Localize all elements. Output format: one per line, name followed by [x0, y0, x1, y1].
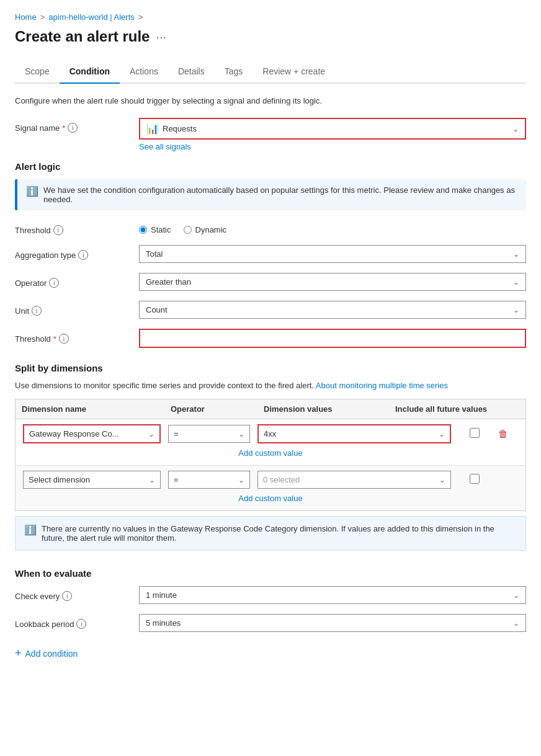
split-description: Use dimensions to monitor specific time …	[15, 381, 526, 390]
lookback-period-select[interactable]: 5 minutes ⌄	[139, 614, 526, 632]
tab-details[interactable]: Details	[168, 60, 215, 84]
threshold-dynamic-label[interactable]: Dynamic	[184, 225, 227, 234]
dimension-values-chevron-2: ⌄	[439, 476, 445, 484]
check-every-select[interactable]: 1 minute ⌄	[139, 586, 526, 604]
operator-chevron-1: ⌄	[238, 430, 244, 438]
threshold-type-control: Static Dynamic	[139, 220, 526, 234]
tab-condition[interactable]: Condition	[60, 60, 120, 84]
include-future-checkbox-2[interactable]	[470, 474, 480, 484]
dimension-row-2-grid: Select dimension ⌄ = ⌄ 0 selected ⌄	[20, 471, 521, 489]
operator-chevron: ⌄	[513, 278, 519, 287]
signal-name-info-icon[interactable]: i	[68, 123, 78, 133]
check-every-info-icon[interactable]: i	[62, 591, 72, 601]
threshold-dynamic-radio[interactable]	[184, 226, 192, 234]
signal-name-select[interactable]: 📊 Requests ⌄	[139, 118, 526, 140]
dimension-name-select-2[interactable]: Select dimension ⌄	[23, 471, 161, 489]
lookback-period-chevron: ⌄	[513, 619, 519, 628]
dimension-values-cell-1: 4xx ⌄	[255, 424, 454, 443]
threshold-static-radio[interactable]	[139, 226, 147, 234]
dimension-name-header: Dimension name	[16, 399, 164, 419]
dimension-values-value-2: 0 selected	[263, 475, 300, 484]
add-custom-value-1-area: Add custom value	[20, 443, 521, 460]
add-condition-button[interactable]: + Add condition	[15, 647, 526, 660]
check-every-value: 1 minute	[146, 590, 177, 600]
lookback-period-info-icon[interactable]: i	[76, 619, 86, 629]
dimension-name-select-1[interactable]: Gateway Response Co... ⌄	[23, 424, 161, 443]
lookback-period-control: 5 minutes ⌄	[139, 614, 526, 632]
operator-select-1[interactable]: = ⌄	[168, 425, 250, 443]
add-custom-value-2-area: Add custom value	[20, 489, 521, 505]
page-menu-button[interactable]: ···	[156, 30, 166, 44]
dimension-values-select-1[interactable]: 4xx ⌄	[257, 424, 451, 443]
unit-control: Count ⌄	[139, 301, 526, 319]
signal-name-value: Requests	[163, 124, 197, 133]
unit-chevron: ⌄	[513, 306, 519, 314]
when-to-evaluate-title: When to evaluate	[15, 568, 526, 579]
signal-name-chevron: ⌄	[512, 125, 519, 133]
delete-row-1-button[interactable]: 🗑	[498, 429, 508, 439]
see-all-signals-link[interactable]: See all signals	[139, 142, 526, 151]
check-every-chevron: ⌄	[513, 591, 519, 600]
signal-select-inner: 📊 Requests	[146, 123, 197, 135]
tab-tags[interactable]: Tags	[215, 60, 253, 84]
unit-row: Unit i Count ⌄	[15, 301, 526, 319]
operator-select[interactable]: Greater than ⌄	[139, 273, 526, 291]
operator-select-2[interactable]: = ⌄	[168, 471, 250, 489]
threshold-value-control: 1	[139, 329, 526, 348]
threshold-radio-group: Static Dynamic	[139, 220, 526, 234]
tab-scope[interactable]: Scope	[15, 60, 60, 84]
breadcrumb-sep1: >	[40, 12, 45, 22]
dimension-row-1-grid: Gateway Response Co... ⌄ = ⌄ 4xx ⌄	[20, 424, 521, 443]
about-monitoring-link[interactable]: About monitoring multiple time series	[316, 381, 448, 390]
threshold-dynamic-text: Dynamic	[195, 225, 227, 234]
breadcrumb-home[interactable]: Home	[15, 12, 37, 22]
aggregation-info-icon[interactable]: i	[78, 250, 88, 260]
add-custom-value-1[interactable]: Add custom value	[20, 446, 521, 460]
delete-header	[501, 399, 525, 419]
breadcrumb-resource[interactable]: apim-hello-world | Alerts	[48, 12, 134, 22]
threshold-static-label[interactable]: Static	[139, 225, 171, 234]
unit-info-icon[interactable]: i	[32, 306, 42, 316]
breadcrumb: Home > apim-hello-world | Alerts >	[15, 12, 526, 22]
tab-actions[interactable]: Actions	[120, 60, 168, 84]
dimension-values-cell-2: 0 selected ⌄	[255, 471, 454, 489]
dimension-values-select-2[interactable]: 0 selected ⌄	[257, 471, 451, 489]
condition-description: Configure when the alert rule should tri…	[15, 96, 526, 105]
add-custom-value-2[interactable]: Add custom value	[20, 491, 521, 505]
page-title: Create an alert rule	[15, 28, 150, 45]
operator-value-2: =	[174, 475, 179, 484]
info-box-icon: ℹ️	[26, 185, 38, 204]
unit-select[interactable]: Count ⌄	[139, 301, 526, 319]
aggregation-type-value: Total	[146, 249, 163, 259]
split-section-title: Split by dimensions	[15, 363, 526, 373]
alert-logic-info-text: We have set the condition configuration …	[43, 185, 517, 204]
page-title-area: Create an alert rule ···	[15, 28, 526, 45]
include-future-cell-1	[456, 428, 493, 440]
dimensions-table: Dimension name Operator Dimension values…	[15, 399, 526, 511]
threshold-info-icon[interactable]: i	[53, 225, 63, 235]
lookback-period-value: 5 minutes	[146, 618, 181, 628]
dimension-name-value-2: Select dimension	[29, 475, 90, 484]
operator-info-icon[interactable]: i	[49, 278, 59, 288]
include-future-checkbox-1[interactable]	[470, 428, 480, 438]
aggregation-type-control: Total ⌄	[139, 245, 526, 263]
info-notice-text: There are currently no values in the Gat…	[42, 524, 517, 543]
delete-cell-1: 🗑	[496, 429, 521, 440]
operator-cell-1: = ⌄	[166, 425, 253, 443]
dimension-name-value-1: Gateway Response Co...	[29, 429, 119, 438]
dimension-name-chevron-2: ⌄	[149, 476, 155, 484]
threshold-value-input[interactable]: 1	[139, 329, 526, 348]
dimension-name-cell-2: Select dimension ⌄	[20, 471, 163, 489]
aggregation-type-select[interactable]: Total ⌄	[139, 245, 526, 263]
operator-row: Operator i Greater than ⌄	[15, 273, 526, 291]
dimension-values-value-1: 4xx	[264, 429, 276, 438]
threshold-value-label: Threshold * i	[15, 329, 139, 344]
tab-review-create[interactable]: Review + create	[253, 60, 335, 84]
signal-name-row: Signal name * i 📊 Requests ⌄ See all sig…	[15, 118, 526, 151]
threshold-type-label: Threshold i	[15, 220, 139, 235]
threshold-value-row: Threshold * i 1	[15, 329, 526, 348]
dimension-values-header: Dimension values	[257, 399, 389, 419]
signal-name-label: Signal name * i	[15, 118, 139, 133]
threshold-value-info-icon[interactable]: i	[59, 334, 69, 344]
add-condition-label: Add condition	[25, 649, 78, 659]
